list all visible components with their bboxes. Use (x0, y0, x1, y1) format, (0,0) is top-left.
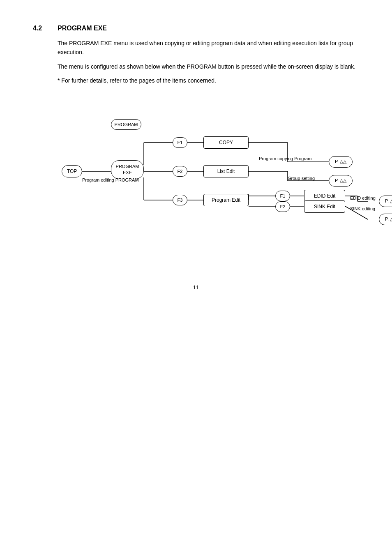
node-program: PROGRAM (111, 119, 141, 130)
label-edid-editing: EDID editing (350, 196, 376, 200)
label-program-editing: Program editing PROGRAM (82, 177, 139, 182)
node-f2-2: F2 (275, 201, 290, 212)
node-program-exe: PROGRAM EXE (111, 160, 144, 179)
note: * For further details, refer to the page… (58, 76, 359, 85)
node-copy: COPY (203, 136, 249, 149)
node-sink-edit: SINK Edit (304, 200, 345, 213)
paragraph-1: The PROGRAM EXE menu is used when copyin… (58, 39, 359, 57)
node-p2: P. △△ (329, 175, 353, 187)
section-title: PROGRAM EXE (58, 25, 107, 32)
node-f1-1: F1 (173, 137, 187, 148)
paragraph-2: The menu is configured as shown below wh… (58, 62, 359, 71)
node-p4: P. △△ (379, 214, 392, 225)
section-number: 4.2 (33, 25, 49, 32)
page-number: 11 (0, 284, 392, 290)
node-p3: P. △△ (379, 196, 392, 207)
node-f1-2: F1 (275, 191, 290, 201)
node-program-edit: Program Edit (203, 194, 249, 206)
label-program-copying: Program copying Program (259, 156, 311, 161)
node-list-edit: List Edit (203, 165, 249, 177)
node-f2-1: F2 (173, 166, 187, 177)
node-p1: P. △△ (329, 156, 353, 168)
label-group-setting: Group setting (288, 176, 315, 181)
label-sink-editing: SINK editing (350, 206, 375, 211)
node-top: TOP (62, 165, 82, 177)
diagram: TOP PROGRAM PROGRAM EXE Program editing … (58, 95, 392, 243)
node-f3: F3 (173, 195, 187, 205)
